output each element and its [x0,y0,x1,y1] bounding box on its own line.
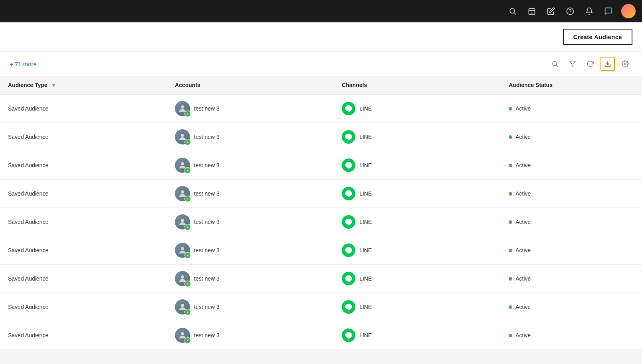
edit-icon[interactable] [545,5,557,18]
table-header-row: Audience Type ▼ Accounts Channels Audien… [0,76,642,94]
more-link[interactable]: + 71 more [10,61,37,67]
audience-type-cell: Saved Audience [0,123,167,151]
chat-icon[interactable] [602,5,615,18]
audience-type-cell: Saved Audience [0,321,167,350]
account-avatar: + [175,186,190,201]
search-toolbar-button[interactable] [548,57,562,71]
table-row[interactable]: Saved Audience + test new 3 [0,293,642,321]
sort-icon: ▼ [51,83,56,88]
status-cell: Active [501,321,642,350]
table-row[interactable]: Saved Audience + test new 3 [0,265,642,293]
svg-point-18 [181,219,184,222]
channel-name: LINE [359,134,372,140]
col-audience-type[interactable]: Audience Type ▼ [0,76,167,94]
svg-point-13 [624,63,626,65]
svg-point-22 [181,332,184,335]
account-avatar: + [175,299,190,315]
line-icon [342,187,355,200]
line-icon [342,243,355,257]
status-dot [509,220,512,224]
refresh-button[interactable] [583,57,597,71]
svg-marker-11 [570,61,576,67]
accounts-cell: + test new 3 [167,293,334,321]
accounts-cell: + test new 3 [167,151,334,180]
status-label: Active [515,190,531,197]
col-channels: Channels [334,76,501,94]
status-dot [509,135,512,139]
status-cell: Active [501,180,642,208]
status-label: Active [515,105,531,112]
channel-name: LINE [359,190,372,197]
account-name: test new 3 [194,332,220,338]
accounts-cell: + test new 3 [167,208,334,236]
account-badge: + [184,337,191,344]
table-row[interactable]: Saved Audience + test new 3 [0,94,642,123]
account-avatar: + [175,328,190,343]
search-icon[interactable] [506,5,519,18]
account-avatar: + [175,101,190,116]
account-avatar: + [175,158,190,173]
line-icon [342,272,355,285]
line-icon [342,215,355,229]
account-badge: + [184,139,191,145]
audience-type-cell: Saved Audience [0,293,167,321]
svg-line-1 [514,13,516,15]
accounts-cell: + test new 3 [167,236,334,265]
status-cell: Active [501,151,642,180]
status-cell: Active [501,94,642,123]
svg-point-15 [181,134,184,137]
account-badge: + [184,111,191,117]
status-label: Active [515,332,531,338]
status-cell: Active [501,123,642,151]
toolbar-icons [548,57,632,71]
accounts-cell: + test new 3 [167,265,334,293]
svg-point-14 [181,105,184,109]
status-dot [509,249,512,252]
account-badge: + [184,224,191,230]
table-row[interactable]: Saved Audience + test new 3 [0,151,642,180]
channels-cell: LINE [334,236,501,265]
accounts-cell: + test new 3 [167,321,334,350]
table-row[interactable]: Saved Audience + test new 3 [0,180,642,208]
status-cell: Active [501,265,642,293]
audience-table-container: Audience Type ▼ Accounts Channels Audien… [0,76,642,350]
status-label: Active [515,275,531,282]
account-badge: + [184,309,191,315]
table-row[interactable]: Saved Audience + test new 3 [0,321,642,350]
table-row[interactable]: Saved Audience + test new 3 [0,123,642,151]
filter-button[interactable] [565,57,580,71]
status-cell: Active [501,208,642,236]
account-badge: + [184,167,191,174]
svg-point-20 [181,275,184,279]
status-dot [509,107,512,111]
channel-name: LINE [359,162,372,168]
status-dot [509,334,512,337]
audience-type-cell: Saved Audience [0,94,167,123]
accounts-cell: + test new 3 [167,180,334,208]
line-icon [342,102,355,115]
settings-button[interactable] [618,57,632,71]
channel-name: LINE [359,247,372,253]
svg-point-9 [553,61,557,66]
table-row[interactable]: Saved Audience + test new 3 [0,208,642,236]
status-cell: Active [501,236,642,265]
channels-cell: LINE [334,293,501,321]
line-icon [342,158,355,172]
help-icon[interactable] [564,5,577,18]
svg-point-17 [181,190,184,194]
account-badge: + [184,252,191,259]
status-label: Active [515,162,531,168]
create-audience-button[interactable]: Create Audience [563,29,632,45]
svg-point-21 [181,304,184,307]
download-button[interactable] [600,57,615,71]
account-avatar: + [175,129,190,144]
table-row[interactable]: Saved Audience + test new 3 [0,236,642,265]
channels-cell: LINE [334,94,501,123]
avatar[interactable] [621,4,636,18]
calendar-icon[interactable]: 20 [525,5,538,18]
bell-icon[interactable] [583,5,596,18]
channel-name: LINE [359,105,372,112]
status-cell: Active [501,293,642,321]
account-name: test new 3 [194,247,220,253]
channels-cell: LINE [334,180,501,208]
